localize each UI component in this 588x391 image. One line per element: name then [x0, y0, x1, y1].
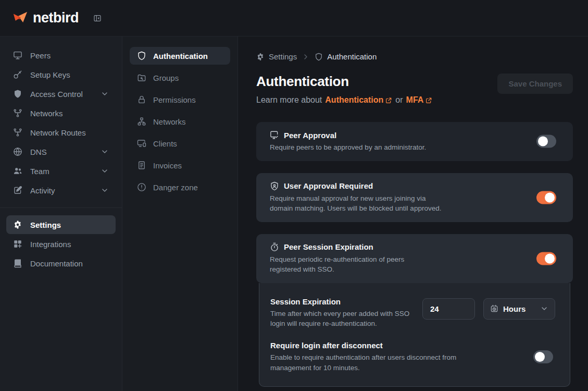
toggle-knob: [545, 253, 555, 263]
toggle-knob: [545, 192, 555, 202]
pen-square-icon: [13, 186, 22, 195]
top-header: netbird: [0, 0, 588, 36]
row-title: Session Expiration: [270, 297, 419, 306]
sidebar-item-label: Documentation: [30, 259, 83, 268]
sidebar-item-label: Activity: [30, 186, 55, 195]
settings-menu-permissions[interactable]: Permissions: [130, 91, 230, 108]
sidebar-item-team[interactable]: Team: [6, 162, 116, 180]
session-expiration-unit-select[interactable]: Hours: [483, 298, 555, 320]
shield-icon: [137, 51, 146, 60]
breadcrumb-settings[interactable]: Settings: [256, 52, 297, 61]
link-label: MFA: [406, 95, 424, 105]
chevron-down-icon: [101, 90, 109, 98]
sidebar-item-dns[interactable]: DNS: [6, 142, 116, 161]
settings-sidebar: Authentication Groups Permissions: [122, 36, 238, 391]
users-icon: [13, 166, 22, 176]
sidebar-item-label: Networks: [30, 109, 63, 118]
session-expiration-subpanel: Session Expiration Time after which ever…: [259, 283, 570, 387]
settings-menu-networks[interactable]: Networks: [130, 113, 230, 130]
network-icon: [13, 108, 22, 118]
sidebar-item-label: Settings: [30, 221, 61, 229]
sidebar-item-label: Access Control: [30, 90, 83, 99]
peer-session-expiration-card: Peer Session Expiration Request periodic…: [256, 234, 573, 283]
card-description: Request periodic re-authentication of pe…: [270, 254, 418, 275]
card-description: Require peers to be approved by an admin…: [270, 142, 559, 153]
shield-icon: [315, 53, 323, 61]
sidebar-item-label: Network Routes: [30, 128, 86, 137]
settings-menu-label: Invoices: [153, 161, 182, 170]
settings-menu-label: Groups: [153, 74, 179, 82]
sidebar-item-access-control[interactable]: Access Control: [6, 84, 116, 103]
settings-menu-authentication[interactable]: Authentication: [130, 47, 230, 65]
key-icon: [13, 70, 22, 79]
chevron-down-icon: [540, 304, 548, 313]
blocks-icon: [13, 239, 22, 249]
require-login-toggle[interactable]: [533, 350, 553, 363]
toggle-knob: [538, 137, 548, 146]
unit-select-value: Hours: [503, 304, 535, 313]
breadcrumb-label: Settings: [269, 52, 297, 61]
breadcrumb-authentication[interactable]: Authentication: [315, 52, 377, 61]
sidebar-collapse-button[interactable]: [93, 14, 102, 22]
sidebar-item-label: Peers: [30, 51, 51, 60]
brand-name: netbird: [33, 10, 79, 26]
sidebar-item-label: Setup Keys: [30, 70, 70, 79]
settings-menu-label: Authentication: [153, 52, 208, 60]
globe-icon: [13, 147, 22, 156]
session-expiration-input[interactable]: [422, 298, 475, 320]
require-login-row: Require login after disconnect Enable to…: [270, 341, 555, 373]
user-approval-toggle[interactable]: [536, 191, 556, 204]
user-approval-card: User Approval Required Require manual ap…: [256, 173, 573, 222]
book-icon: [13, 259, 22, 268]
card-title: Peer Session Expiration: [284, 242, 373, 251]
sidebar-item-documentation[interactable]: Documentation: [6, 254, 116, 273]
sidebar-item-activity[interactable]: Activity: [6, 181, 116, 200]
save-changes-button[interactable]: Save Changes: [497, 74, 573, 94]
panel-collapse-icon: [93, 14, 102, 22]
mfa-docs-link[interactable]: MFA: [406, 95, 433, 105]
peer-approval-toggle[interactable]: [536, 135, 556, 148]
sidebar-item-integrations[interactable]: Integrations: [6, 235, 116, 253]
peer-session-expiration-toggle[interactable]: [536, 252, 556, 265]
page-title: Authentication: [256, 74, 432, 90]
subtitle-separator: or: [395, 95, 403, 105]
breadcrumb: Settings Authentication: [256, 52, 573, 61]
card-description: Require manual approval for new users jo…: [270, 193, 449, 214]
settings-menu-clients[interactable]: Clients: [130, 135, 230, 152]
row-title: Require login after disconnect: [270, 341, 479, 350]
folder-key-icon: [137, 73, 146, 82]
settings-menu-label: Clients: [153, 139, 177, 148]
calendar-clock-icon: [490, 304, 498, 313]
chevron-down-icon: [101, 148, 109, 156]
subtitle-prefix: Learn more about: [256, 95, 322, 105]
external-link-icon: [426, 97, 432, 104]
gear-icon: [13, 220, 22, 229]
invoice-icon: [137, 161, 146, 170]
settings-menu-label: Networks: [153, 117, 186, 126]
main-content: Settings Authentication Authenticatio: [238, 36, 588, 391]
sidebar-item-settings[interactable]: Settings: [6, 215, 116, 234]
card-title: Peer Approval: [284, 131, 336, 140]
netbird-logo: netbird: [12, 10, 79, 26]
sidebar-item-network-routes[interactable]: Network Routes: [6, 123, 116, 142]
monitor-icon: [13, 51, 22, 60]
app-window: netbird Peers: [0, 0, 588, 391]
settings-menu-invoices[interactable]: Invoices: [130, 156, 230, 174]
monitor-check-icon: [270, 130, 279, 140]
peer-approval-card: Peer Approval Require peers to be approv…: [256, 122, 573, 161]
sidebar-item-peers[interactable]: Peers: [6, 46, 116, 65]
sitemap-icon: [137, 117, 146, 126]
session-expiration-row: Session Expiration Time after which ever…: [270, 297, 555, 329]
settings-menu-danger-zone[interactable]: Danger zone: [130, 178, 230, 196]
authentication-docs-link[interactable]: Authentication: [325, 95, 392, 105]
link-label: Authentication: [325, 95, 383, 105]
settings-menu-groups[interactable]: Groups: [130, 69, 230, 87]
sidebar-item-label: DNS: [30, 148, 47, 156]
shield-icon: [13, 89, 22, 99]
sidebar-divider: [0, 207, 122, 208]
external-link-icon: [385, 97, 392, 104]
gear-icon: [256, 53, 265, 61]
sidebar-item-networks[interactable]: Networks: [6, 104, 116, 123]
settings-menu-label: Permissions: [153, 95, 196, 104]
sidebar-item-setup-keys[interactable]: Setup Keys: [6, 65, 116, 84]
